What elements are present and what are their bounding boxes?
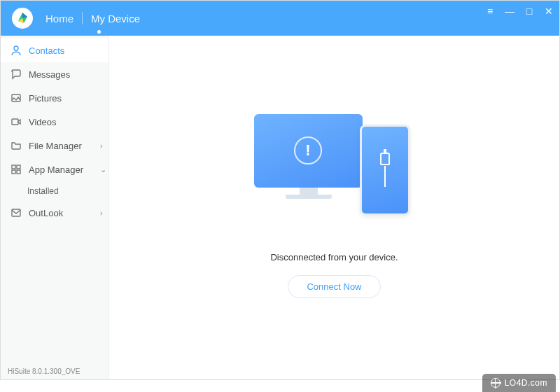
svg-point-0 — [14, 46, 18, 50]
chevron-down-icon: ⌄ — [100, 165, 108, 174]
sidebar-item-file-manager[interactable]: File Manager › — [1, 134, 108, 158]
watermark-text: LO4D.com — [505, 378, 547, 388]
chat-icon — [10, 69, 22, 80]
connect-now-button[interactable]: Connect Now — [288, 275, 380, 298]
minimize-icon[interactable]: — — [505, 6, 514, 16]
monitor-icon: ! — [254, 114, 363, 188]
phone-icon — [360, 125, 410, 216]
watermark: LO4D.com — [482, 374, 556, 392]
svg-rect-4 — [17, 165, 20, 169]
svg-rect-6 — [17, 170, 20, 174]
monitor-stand — [300, 188, 318, 195]
sidebar-subitem-installed[interactable]: Installed — [1, 181, 108, 201]
main-pane: ! Disconnected from your device. Connect… — [109, 36, 559, 379]
sidebar: Contacts Messages Pictures — [1, 36, 109, 379]
sidebar-item-label: OutLook — [29, 208, 93, 218]
svg-rect-3 — [12, 165, 15, 169]
svg-rect-2 — [12, 119, 18, 125]
sidebar-item-label: Videos — [29, 117, 108, 127]
tab-home[interactable]: Home — [46, 13, 74, 24]
monitor-base — [286, 195, 332, 199]
status-text: Disconnected from your device. — [270, 252, 398, 262]
apps-icon — [10, 164, 22, 175]
page-indicator-dot — [97, 30, 101, 34]
close-icon[interactable]: ✕ — [544, 6, 554, 16]
exclamation-icon: ! — [294, 136, 322, 164]
mail-icon — [10, 207, 22, 218]
version-text: HiSuite 8.0.1.300_OVE — [8, 368, 80, 375]
disconnected-illustration: ! — [244, 104, 426, 230]
titlebar: Home My Device ≡ — □ ✕ — [1, 1, 559, 36]
folder-icon — [10, 140, 22, 151]
globe-icon — [491, 378, 500, 388]
tab-separator — [82, 12, 83, 24]
sidebar-item-videos[interactable]: Videos — [1, 110, 108, 134]
tab-my-device[interactable]: My Device — [91, 13, 140, 24]
sidebar-item-outlook[interactable]: OutLook › — [1, 201, 108, 225]
sidebar-item-label: Contacts — [29, 46, 108, 56]
image-icon — [10, 92, 22, 104]
header-tabs: Home My Device — [46, 12, 140, 24]
sidebar-item-messages[interactable]: Messages — [1, 62, 108, 86]
sidebar-item-label: App Manager — [29, 164, 93, 175]
svg-rect-7 — [12, 209, 20, 216]
chevron-right-icon: › — [100, 141, 108, 150]
app-logo-icon — [12, 8, 33, 29]
sidebar-item-app-manager[interactable]: App Manager ⌄ — [1, 158, 108, 181]
nav-list: Contacts Messages Pictures — [1, 36, 108, 225]
menu-icon[interactable]: ≡ — [485, 6, 495, 16]
svg-rect-5 — [12, 170, 15, 174]
chevron-right-icon: › — [100, 209, 108, 217]
usb-plug-icon — [380, 153, 390, 187]
sidebar-item-pictures[interactable]: Pictures — [1, 86, 108, 110]
sidebar-item-label: Messages — [29, 69, 108, 80]
app-window: Home My Device ≡ — □ ✕ Contacts — [0, 0, 560, 380]
person-icon — [10, 45, 22, 56]
maximize-icon[interactable]: □ — [524, 6, 534, 16]
video-icon — [10, 116, 22, 127]
sidebar-item-label: Pictures — [29, 93, 108, 104]
sidebar-item-label: File Manager — [29, 141, 93, 151]
sidebar-item-contacts[interactable]: Contacts — [1, 38, 108, 62]
app-body: Contacts Messages Pictures — [1, 36, 559, 379]
sidebar-subitem-label: Installed — [27, 186, 59, 196]
